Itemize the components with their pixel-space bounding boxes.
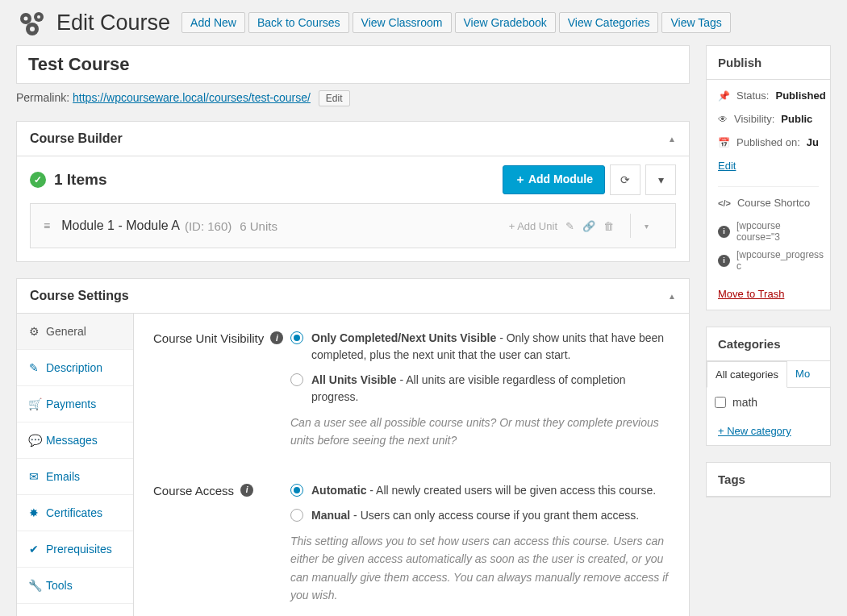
radio-access-manual[interactable] [290,509,303,522]
category-checkbox[interactable] [715,397,726,408]
category-math[interactable]: math [715,396,822,409]
edit-permalink-button[interactable]: Edit [319,90,350,106]
nav-messages[interactable]: 💬Messages [17,422,133,459]
radio-visibility-completed[interactable] [290,331,303,344]
access-help-text: This setting allows you to set how users… [290,532,670,605]
tab-all-categories[interactable]: All categories [707,361,787,388]
module-row: ≡ Module 1 - Module A (ID: 160) 6 Units … [30,203,676,248]
permalink-row: Permalink: https://wpcourseware.local/co… [16,90,690,106]
items-count: ✓ 1 Items [30,171,106,189]
view-gradebook-button[interactable]: View Gradebook [455,12,556,33]
pin-icon [718,89,730,102]
page-header: Edit Course Add New Back to Courses View… [0,0,847,45]
info-icon[interactable]: i [718,255,730,267]
module-id: (ID: 160) [185,219,232,233]
delete-module-icon[interactable]: 🗑 [603,220,614,232]
chat-icon: 💬 [28,434,40,447]
email-icon: ✉ [28,470,40,483]
collapse-toggle-icon[interactable]: ▲ [668,292,676,301]
tags-title: Tags [707,463,830,497]
certificate-icon: ✸ [28,506,40,519]
page-title: Edit Course [56,10,170,35]
svg-point-4 [37,15,40,19]
course-title-input[interactable] [16,45,690,84]
setting-label-visibility: Course Unit Visibility [153,331,264,345]
setting-access: Course Access i Automatic - All newly cr… [153,482,670,605]
settings-panel-title: Course Settings [30,289,129,303]
nav-emails[interactable]: ✉Emails [17,459,133,495]
move-to-trash-link[interactable]: Move to Trash [718,288,784,300]
info-icon[interactable]: i [718,226,730,238]
view-categories-button[interactable]: View Categories [559,12,659,33]
permalink-label: Permalink: [16,91,69,104]
info-icon[interactable]: i [240,484,253,497]
gear-icon: ⚙ [28,325,40,338]
nav-general[interactable]: ⚙General [17,314,133,350]
permalink-link[interactable]: https://wpcourseware.local/courses/test-… [73,91,311,104]
new-category-link[interactable]: + New category [707,417,830,445]
categories-title: Categories [707,327,830,361]
code-icon [718,197,731,209]
edit-module-icon[interactable]: ✎ [565,220,574,232]
wrench-icon: 🔧 [28,579,40,592]
nav-prerequisites[interactable]: ✔Prerequisites [17,531,133,568]
module-units-count: 6 Units [240,219,277,233]
categories-panel: Categories All categories Mo math + New … [706,327,831,446]
svg-point-3 [24,17,28,21]
course-settings-panel: Course Settings ▲ ⚙General ✎Description … [16,278,690,616]
items-count-text: 1 Items [54,171,106,189]
svg-point-5 [30,27,35,31]
course-builder-panel: Course Builder ▲ ✓ 1 Items ＋ Add Module … [16,121,690,262]
check-circle-icon: ✓ [30,172,46,188]
publish-panel-title: Publish [707,46,830,80]
add-new-button[interactable]: Add New [182,12,245,33]
setting-label-access: Course Access [153,484,234,497]
collapse-toggle-icon[interactable]: ▲ [668,135,676,144]
tab-most-used[interactable]: Mo [787,361,818,387]
info-icon[interactable]: i [270,331,283,344]
add-module-button[interactable]: ＋ Add Module [503,165,605,194]
module-name: Module 1 - Module A [61,219,180,233]
logo-icon [16,6,48,39]
refresh-icon[interactable]: ⟳ [610,164,640,195]
visibility-help-text: Can a user see all possible course units… [290,414,670,450]
builder-panel-title: Course Builder [30,131,123,146]
radio-access-automatic[interactable] [290,484,303,497]
calendar-icon [718,136,730,148]
link-module-icon[interactable]: 🔗 [582,220,595,232]
radio-visibility-all[interactable] [290,373,303,386]
back-to-courses-button[interactable]: Back to Courses [248,12,349,33]
edit-publish-link[interactable]: Edit [718,160,736,172]
expand-module-icon[interactable]: ▾ [645,222,649,231]
nav-certificates[interactable]: ✸Certificates [17,495,133,531]
nav-tools[interactable]: 🔧Tools [17,568,133,604]
pencil-icon: ✎ [28,361,40,374]
view-classroom-button[interactable]: View Classroom [353,12,452,33]
settings-nav: ⚙General ✎Description 🛒Payments 💬Message… [17,314,134,616]
publish-panel: Publish Status: Published Visibility: Pu… [706,45,831,310]
check-icon: ✔ [28,543,40,556]
add-unit-button[interactable]: + Add Unit [509,220,557,232]
expand-all-icon[interactable]: ▾ [645,164,676,195]
nav-payments[interactable]: 🛒Payments [17,386,133,422]
nav-description[interactable]: ✎Description [17,350,133,386]
eye-icon [718,113,728,125]
view-tags-button[interactable]: View Tags [661,12,730,33]
setting-visibility: Course Unit Visibility i Only Completed/… [153,330,670,450]
cart-icon: 🛒 [28,397,40,410]
tags-panel: Tags [706,462,831,497]
drag-handle-icon[interactable]: ≡ [44,219,50,232]
